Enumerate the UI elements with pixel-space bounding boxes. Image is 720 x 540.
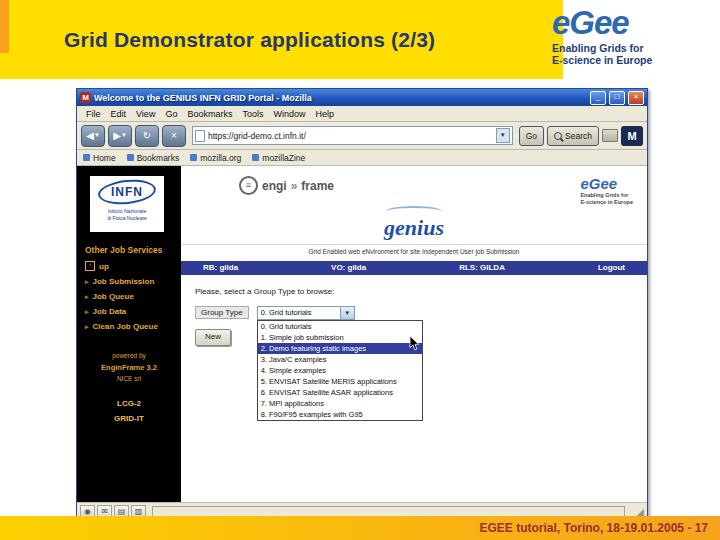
go-button[interactable]: Go [519,126,544,146]
menu-bar: File Edit View Go Bookmarks Tools Window… [77,106,647,122]
bookmark-icon [252,154,259,161]
bullet-icon: ▸ [85,293,89,301]
url-bar[interactable]: https://grid-demo.ct.infn.it/ ▼ [192,126,513,145]
combo-dropdown-icon[interactable]: ▼ [340,307,354,319]
back-dropdown-icon: ▼ [94,132,100,138]
forward-button[interactable]: ▶▼ [108,125,132,147]
rls-label: RLS: GILDA [459,263,505,272]
mozilla-throbber-icon[interactable]: M [621,126,643,146]
menu-edit[interactable]: Edit [106,109,132,119]
bookmark-icon [190,154,197,161]
footer-text: EGEE tutorial, Torino, 18-19.01.2005 - 1… [479,521,708,535]
group-type-select[interactable]: 0. Grid tutorials ▼ [257,306,355,320]
egee-logo: eGee Enabling Grids for E-science in Eur… [552,6,704,66]
bookmarks-toolbar: Home Bookmarks mozilla.org mozillaZine [77,150,647,166]
mozilla-app-icon: M [80,92,91,103]
logout-link[interactable]: Logout [598,263,625,272]
window-titlebar[interactable]: M Welcome to the GENIUS INFN GRID Portal… [77,89,647,106]
menu-file[interactable]: File [81,109,106,119]
dropdown-option[interactable]: 0. Grid tutorials [258,321,422,332]
powered-org: NICE srl [77,374,181,384]
new-button[interactable]: New [195,329,231,346]
egee-brand-text: eGee [552,6,704,39]
bookmark-mozilla-org[interactable]: mozilla.org [190,153,241,163]
maximize-button[interactable]: □ [609,91,625,105]
menu-help[interactable]: Help [310,109,339,119]
page-content: INFN Istituto Nazionale di Fisica Nuclea… [77,166,647,502]
search-button[interactable]: Search [547,126,599,146]
enginframe-version: EnginFrame 3.2 [77,362,181,374]
genius-tagline: Grid Enabled web eNvironment for site In… [181,244,647,255]
group-type-label: Group Type [195,306,249,319]
print-icon[interactable] [602,129,618,142]
dropdown-option[interactable]: 5. ENVISAT Satellite MERIS applications [258,376,422,387]
enginframe-icon: ≡ [239,176,258,195]
slide-footer: EGEE tutorial, Torino, 18-19.01.2005 - 1… [0,516,720,540]
sidebar-link-gridit[interactable]: GRID-IT [77,411,181,426]
egee-tagline: Enabling Grids for E-science in Europe [552,42,704,66]
reload-button[interactable]: ↻ [135,125,159,147]
dropdown-option[interactable]: 8. F90/F95 examples with G95 [258,409,422,420]
dropdown-option[interactable]: 7. MPI applications [258,398,422,409]
menu-window[interactable]: Window [268,109,310,119]
sidebar-item-up[interactable]: ↑ up [85,261,181,271]
mouse-cursor-icon [409,336,419,353]
minimize-button[interactable]: _ [590,91,606,105]
dropdown-option-selected[interactable]: 2. Demo featuring static images [258,343,422,354]
sidebar-item-job-data[interactable]: ▸ Job Data [85,307,181,316]
window-title: Welcome to the GENIUS INFN GRID Portal -… [94,93,587,103]
bullet-icon: ▸ [85,323,89,331]
bookmark-home[interactable]: Home [83,153,116,163]
url-history-dropdown-icon[interactable]: ▼ [496,128,510,143]
page-icon [195,130,205,142]
portal-brand-row: ≡ engi»frame eGee Enabling Grids for E-s… [181,166,647,206]
sidebar-link-lcg2[interactable]: LCG-2 [77,396,181,411]
enginframe-logo: ≡ engi»frame [239,176,334,195]
infn-logo: INFN Istituto Nazionale di Fisica Nuclea… [90,176,164,232]
url-input[interactable]: https://grid-demo.ct.infn.it/ [208,131,493,141]
close-button[interactable]: × [628,91,644,105]
browser-window: M Welcome to the GENIUS INFN GRID Portal… [76,88,648,522]
dropdown-option[interactable]: 6. ENVISAT Satellite ASAR applications [258,387,422,398]
group-type-dropdown-list: 0. Grid tutorials 1. Simple job submissi… [257,320,423,421]
vo-label: VO: gilda [331,263,366,272]
bookmark-bookmarks[interactable]: Bookmarks [127,153,180,163]
menu-tools[interactable]: Tools [237,109,268,119]
stop-button[interactable]: × [162,125,186,147]
powered-by-block: powered by EnginFrame 3.2 NICE srl [77,351,181,384]
bookmark-icon [83,154,90,161]
back-button[interactable]: ◀▼ [81,125,105,147]
menu-go[interactable]: Go [160,109,182,119]
sidebar-section-title: Other Job Services [85,245,171,255]
egee-mini-logo: eGee Enabling Grids for E-science in Eur… [580,176,633,206]
group-type-combo-wrap: 0. Grid tutorials ▼ 0. Grid tutorials 1.… [257,306,355,320]
sidebar-item-job-queue[interactable]: ▸ Job Queue [85,292,181,301]
genius-logo: genius [181,206,647,239]
sidebar-item-clean-job-queue[interactable]: ▸ Clean Job Queue [85,322,181,331]
bullet-icon: ▸ [85,308,89,316]
dropdown-option[interactable]: 1. Simple job submission [258,332,422,343]
navigation-toolbar: ◀▼ ▶▼ ↻ × https://grid-demo.ct.infn.it/ … [77,122,647,150]
bullet-icon: ▸ [85,278,89,286]
bookmark-icon [127,154,134,161]
enginframe-arrow-icon: » [291,179,298,193]
dropdown-option[interactable]: 4. Simple examples [258,365,422,376]
bookmark-mozillazine[interactable]: mozillaZine [252,153,305,163]
up-icon: ↑ [85,261,95,271]
rb-label: RB: gilda [203,263,238,272]
infn-logo-subtext: Istituto Nazionale di Fisica Nucleare [107,208,147,221]
select-prompt: Please, select a Group Type to browse: [195,287,647,296]
menu-view[interactable]: View [131,109,160,119]
sidebar-links: LCG-2 GRID-IT [77,396,181,426]
portal-sidebar: INFN Istituto Nazionale di Fisica Nuclea… [77,166,181,502]
slide: Grid Demonstrator applications (2/3) eGe… [0,0,720,540]
page-title: Grid Demonstrator applications (2/3) [64,28,435,52]
sidebar-item-job-submission[interactable]: ▸ Job Submission [85,277,181,286]
portal-main: ≡ engi»frame eGee Enabling Grids for E-s… [181,166,647,502]
session-info-bar: RB: gilda VO: gilda RLS: GILDA Logout [181,261,647,275]
search-icon [554,132,562,140]
dropdown-option[interactable]: 3. Java/C examples [258,354,422,365]
infn-ellipse-graphic: INFN [98,180,156,204]
menu-bookmarks[interactable]: Bookmarks [182,109,237,119]
group-type-row: Group Type 0. Grid tutorials ▼ 0. Grid t… [195,306,647,320]
